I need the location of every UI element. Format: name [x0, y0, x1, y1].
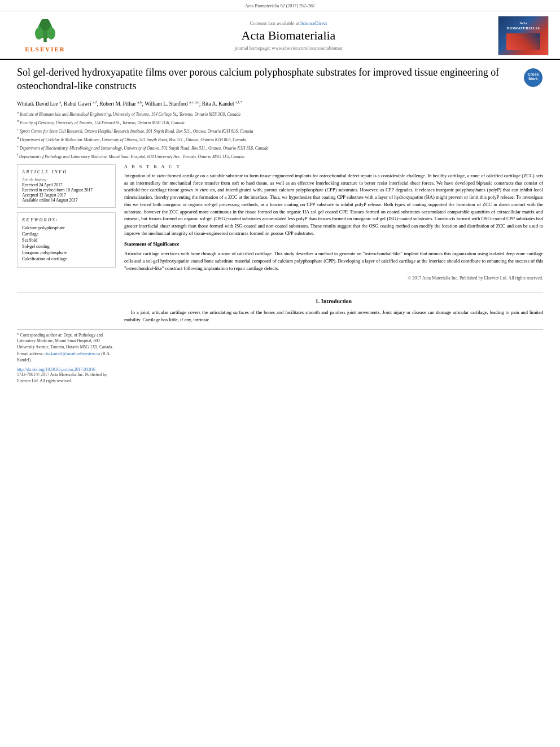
- footnote-section: * Corresponding author at: Dept. of Path…: [17, 329, 543, 386]
- left-column: Article info Article history: Received 2…: [17, 164, 116, 287]
- received-revised-date: Received in revised form 10 August 2017: [22, 187, 111, 193]
- elsevier-logo-area: ELSEVIER: [11, 19, 79, 53]
- issn-footnote: 1742-7061/© 2017 Acta Materialia Inc. Pu…: [17, 372, 116, 384]
- crossmark-icon: Cross Mark: [523, 68, 543, 88]
- affil-e: e Department of Biochemistry, Microbiolo…: [17, 143, 543, 151]
- journal-header: ELSEVIER Contents lists available at Sci…: [0, 11, 560, 60]
- elsevier-tree-icon: [28, 19, 62, 45]
- journal-cover-image: ActaBIOMATERIALIA: [498, 16, 549, 55]
- citation-bar: Acta Biomaterialia 62 (2017) 352–361: [0, 0, 560, 11]
- crossmark-badge: Cross Mark: [523, 68, 543, 88]
- keyword-4: Sol-gel coating: [22, 244, 111, 249]
- doi-footnote: http://dx.doi.org/10.1016/j.actbio.2017.…: [17, 366, 116, 372]
- article-info-title: Article info: [22, 169, 111, 174]
- copyright-line: © 2017 Acta Materialia Inc. Published by…: [124, 275, 543, 282]
- footnote-right-spacer: [124, 333, 543, 386]
- author-stanford: William L. Stanford a,c,d,e,: [145, 101, 200, 107]
- affil-f: f Department of Pathology and Laboratory…: [17, 152, 543, 160]
- citation-text: Acta Biomaterialia 62 (2017) 352–361: [245, 3, 315, 8]
- article-info-box: Article info Article history: Received 2…: [17, 164, 116, 208]
- keyword-3: Scaffold: [22, 238, 111, 243]
- abstract-section: A B S T R A C T Integration of in vitro-…: [124, 164, 543, 282]
- affil-a: a Institute of Biomaterials and Biomedic…: [17, 110, 543, 117]
- svg-point-2: [35, 27, 43, 40]
- available-date: Available online 14 August 2017: [22, 198, 111, 203]
- affil-c: c Sprott Centre for Stem Cell Research, …: [17, 126, 543, 134]
- received-date: Received 24 April 2017: [22, 182, 111, 187]
- abstract-title: A B S T R A C T: [124, 164, 543, 169]
- author-gawri: Rahul Gawri a,f,: [64, 101, 98, 107]
- intro-text: In a joint, articular cartilage covers t…: [124, 309, 543, 324]
- footnote-left: * Corresponding author at: Dept. of Path…: [17, 333, 116, 386]
- email-footnote: E-mail address: rita.kandel@sinaiheathsy…: [17, 351, 116, 363]
- abstract-paragraph-1: Integration of in vitro-formed cartilage…: [124, 172, 543, 237]
- article-title: Sol gel-derived hydroxyapatite films ove…: [17, 65, 518, 93]
- sciencedirect-prefix: Contents lists available at: [250, 20, 299, 26]
- keywords-box: Keywords: Calcium polyphosphate Cartilag…: [17, 212, 116, 268]
- journal-title: Acta Biomaterialia: [85, 28, 492, 43]
- svg-text:Cross: Cross: [528, 72, 539, 76]
- right-column: A B S T R A C T Integration of in vitro-…: [124, 164, 543, 287]
- corresponding-footnote: * Corresponding author at: Dept. of Path…: [17, 333, 116, 351]
- affil-d: d Department of Cellular & Molecular Med…: [17, 135, 543, 143]
- elsevier-text: ELSEVIER: [25, 46, 65, 53]
- keyword-6: Calcification of cartilage: [22, 256, 111, 261]
- intro-section-title: 1. Introduction: [124, 298, 543, 304]
- journal-cover-label: ActaBIOMATERIALIA: [506, 21, 540, 50]
- affiliations: a Institute of Biomaterials and Biomedic…: [17, 110, 543, 160]
- affil-b: b Faculty of Dentistry, University of To…: [17, 118, 543, 126]
- keyword-5: Inorganic polyphosphate: [22, 250, 111, 255]
- significance-text: Articular cartilage interfaces with bone…: [124, 250, 543, 272]
- authors-section: Whitaik David Lee a, Rahul Gawri a,f, Ro…: [17, 100, 543, 107]
- svg-point-3: [47, 27, 55, 40]
- significance-title: Statement of Significance: [124, 241, 543, 248]
- footnote-layout: * Corresponding author at: Dept. of Path…: [17, 333, 543, 386]
- journal-homepage: journal homepage: www.elsevier.com/locat…: [85, 45, 492, 51]
- intro-right: 1. Introduction In a joint, articular ca…: [124, 298, 543, 324]
- author-kandel: Rita A. Kandel a,f,*: [202, 101, 243, 107]
- accepted-date: Accepted 12 August 2017: [22, 193, 111, 198]
- email-link[interactable]: rita.kandel@sinaiheathsystem.ca: [45, 351, 100, 356]
- author-pilliar: Robert M. Pilliar a,b,: [99, 101, 143, 107]
- author-lee: Whitaik David Lee a,: [17, 101, 63, 107]
- page-wrapper: Acta Biomaterialia 62 (2017) 352–361 ELS…: [0, 0, 560, 747]
- sciencedirect-link-text[interactable]: ScienceDirect: [300, 20, 327, 26]
- keyword-2: Cartilage: [22, 231, 111, 237]
- journal-header-center: Contents lists available at ScienceDirec…: [79, 20, 498, 51]
- introduction-section: 1. Introduction In a joint, articular ca…: [17, 298, 543, 324]
- elsevier-logo: ELSEVIER: [25, 19, 65, 53]
- keywords-title: Keywords:: [22, 217, 111, 222]
- svg-text:Mark: Mark: [528, 77, 537, 81]
- history-label: Article history:: [22, 177, 111, 182]
- intro-left-spacer: [17, 298, 116, 324]
- abstract-text: Integration of in vitro-formed cartilage…: [124, 172, 543, 282]
- main-content: Sol gel-derived hydroxyapatite films ove…: [0, 60, 560, 391]
- two-column-layout: Article info Article history: Received 2…: [17, 164, 543, 287]
- section-divider: [17, 292, 543, 292]
- doi-link[interactable]: http://dx.doi.org/10.1016/j.actbio.2017.…: [17, 367, 95, 372]
- article-title-section: Sol gel-derived hydroxyapatite films ove…: [17, 65, 543, 95]
- keyword-1: Calcium polyphosphate: [22, 225, 111, 230]
- sciencedirect-line: Contents lists available at ScienceDirec…: [85, 20, 492, 26]
